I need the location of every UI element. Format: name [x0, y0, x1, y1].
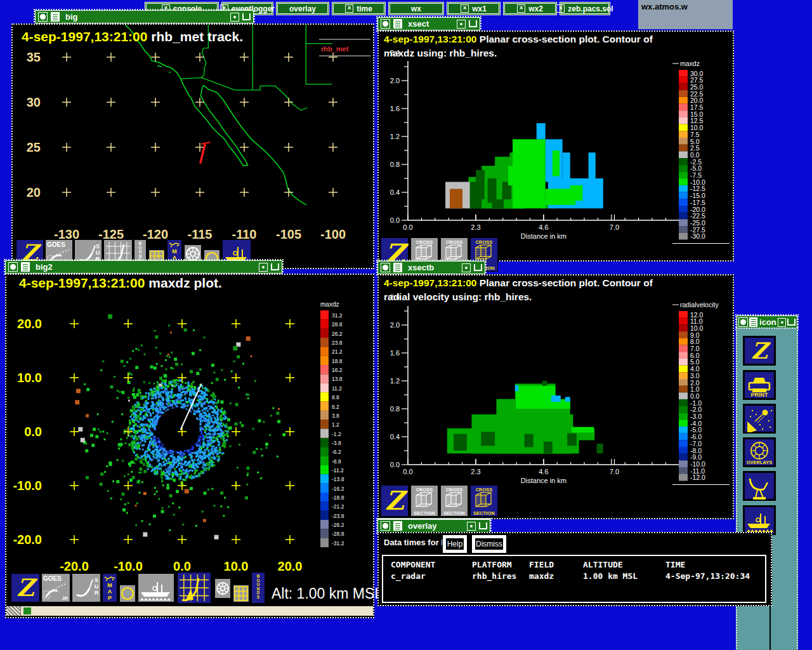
svg-text:0.0: 0.0 — [390, 461, 400, 468]
window-dot-button[interactable] — [457, 20, 466, 29]
window-dot-button[interactable] — [467, 522, 476, 531]
overlays-icon-button[interactable]: OVERLAYS — [743, 437, 776, 467]
radar-grid-icon-button[interactable] — [177, 572, 211, 604]
svg-text:0.0: 0.0 — [390, 216, 400, 224]
cross-section-icon-button[interactable]: CROSSSECTION — [410, 485, 438, 517]
svg-text:2.3: 2.3 — [471, 468, 480, 475]
taskbar-button-label: wx1 — [472, 4, 487, 13]
svg-text:M: M — [107, 582, 112, 588]
window-corner-button[interactable] — [242, 13, 251, 20]
svg-text:0.4: 0.4 — [390, 189, 400, 196]
cross-section-active-icon-button[interactable]: CROSSSECTION — [470, 485, 498, 517]
svg-text:GOES: GOES — [47, 241, 65, 248]
ppi-center-hole — [157, 408, 199, 450]
window-menu-icon[interactable] — [381, 521, 390, 531]
svg-text:10.0: 10.0 — [224, 559, 249, 573]
contour-regions — [445, 123, 603, 208]
taskbar-button-zeb.pacs.sol[interactable]: ×zeb.pacs.sol — [560, 2, 610, 15]
window-big2-titlebar[interactable]: big2 — [5, 260, 282, 274]
svg-text:U: U — [95, 583, 99, 590]
small-grid-icon-button[interactable] — [233, 585, 249, 602]
window-doc-icon[interactable] — [749, 317, 758, 327]
table-cell: 4-Sep-97,13:20:34 — [665, 571, 750, 581]
svg-text:R: R — [95, 590, 99, 596]
circle-icon-button[interactable] — [119, 585, 136, 602]
window-doc-icon[interactable] — [21, 262, 30, 272]
svg-text:M: M — [172, 248, 177, 255]
window-menu-icon[interactable] — [38, 12, 48, 22]
svg-text:S: S — [257, 595, 260, 599]
window-menu-icon[interactable] — [8, 262, 18, 272]
svg-text:21.2: 21.2 — [332, 348, 343, 355]
scrollbar-hatch[interactable] — [6, 606, 21, 616]
goes-ir-icon-button[interactable]: GOES.IR — [41, 573, 70, 602]
svg-text:2.0: 2.0 — [390, 321, 400, 329]
ship-icon-button[interactable] — [138, 573, 174, 602]
zebra-icon-button[interactable]: Z — [11, 573, 40, 602]
window-doc-icon[interactable] — [393, 19, 402, 29]
window-xsect-titlebar[interactable]: xsect — [377, 17, 480, 30]
horizontal-scrollbar[interactable] — [6, 606, 373, 616]
window-doc-icon[interactable] — [393, 263, 402, 272]
window-icon-titlebar[interactable]: icon — [737, 315, 797, 329]
window-doc-icon[interactable] — [393, 521, 402, 531]
window-xsectb-titlebar[interactable]: xsectb — [377, 261, 485, 274]
svg-text:maxdz using: rhb_hires.: maxdz using: rhb_hires. — [384, 48, 497, 58]
taskbar-button-time[interactable]: ×time — [332, 2, 386, 15]
map-plot: 35302520-130-125-120-115-110-105-100rhb_… — [13, 25, 373, 268]
window-corner-button[interactable] — [787, 319, 796, 326]
taskbar-button-wx1[interactable]: ×wx1 — [447, 2, 501, 15]
sur-radar-icon-button[interactable]: SUR — [72, 573, 101, 602]
window-dot-button[interactable] — [778, 318, 787, 327]
svg-text:A: A — [108, 588, 112, 595]
table-cell: c_radar — [391, 571, 426, 581]
scrollbar-thumb[interactable] — [23, 607, 31, 614]
window-dot-button[interactable] — [230, 13, 239, 22]
window-corner-button[interactable] — [271, 263, 279, 270]
window-corner-button[interactable] — [479, 522, 487, 529]
table-header: PLATFORM — [472, 560, 512, 569]
window-menu-icon[interactable] — [381, 19, 390, 29]
zebra-icon-button[interactable]: Z — [381, 485, 409, 517]
window-corner-button[interactable] — [474, 264, 482, 271]
window-dot-button[interactable] — [462, 263, 471, 272]
dismiss-button[interactable]: Dismiss — [472, 535, 506, 553]
satellite-icon-button[interactable] — [743, 404, 776, 434]
cross-section-icon-button[interactable]: CROSSSECTION — [440, 485, 468, 517]
zebra-icon-button[interactable]: Z — [743, 336, 776, 366]
window-title: icon — [759, 317, 776, 327]
table-cell: maxdz — [529, 571, 554, 581]
bounds-icon-button[interactable]: BOUNDS — [251, 572, 265, 604]
window-big-titlebar[interactable]: big — [35, 10, 254, 23]
plot-title: 4-sep-1997,13:21:00 Planar cross-section… — [384, 277, 653, 288]
map-icon-button[interactable]: MAP — [102, 573, 117, 602]
window-overlay-titlebar[interactable]: overlay — [377, 519, 490, 533]
window-menu-icon[interactable] — [381, 263, 390, 272]
svg-text:-115: -115 — [188, 227, 213, 241]
polar-gear-icon-button[interactable] — [214, 578, 231, 599]
svg-text:-18.8: -18.8 — [332, 494, 344, 501]
print-icon-button[interactable]: PRINT — [743, 370, 776, 400]
svg-text:8.8: 8.8 — [332, 394, 339, 401]
ship-icon-button[interactable] — [743, 505, 776, 535]
svg-text:25: 25 — [27, 140, 41, 154]
window-corner-button[interactable] — [469, 20, 477, 27]
window-xsectb-body: 0.02.34.67.09.0.00.40.81.21.62.02.4km ab… — [377, 274, 734, 519]
svg-text:-8.8: -8.8 — [332, 458, 341, 465]
taskbar-button-wx[interactable]: wx — [388, 2, 444, 15]
svg-text:7.0: 7.0 — [610, 223, 619, 231]
svg-text:0.4: 0.4 — [390, 433, 400, 441]
taskbar-button-overlay[interactable]: overlay — [276, 2, 329, 15]
taskbar-button-label: time — [357, 4, 372, 13]
svg-text:-16.2: -16.2 — [332, 486, 344, 492]
help-button[interactable]: Help — [443, 535, 467, 553]
svg-text:4.6: 4.6 — [539, 468, 548, 475]
svg-text:U: U — [96, 249, 100, 256]
window-menu-icon[interactable] — [738, 317, 748, 327]
taskbar-button-wx2[interactable]: ×wx2 — [503, 2, 557, 15]
radar-dish-icon-button[interactable] — [743, 471, 776, 501]
window-dot-button[interactable] — [259, 263, 268, 272]
svg-text:16.2: 16.2 — [332, 367, 343, 373]
window-doc-icon[interactable] — [51, 12, 60, 22]
svg-text:1.2: 1.2 — [390, 377, 400, 385]
